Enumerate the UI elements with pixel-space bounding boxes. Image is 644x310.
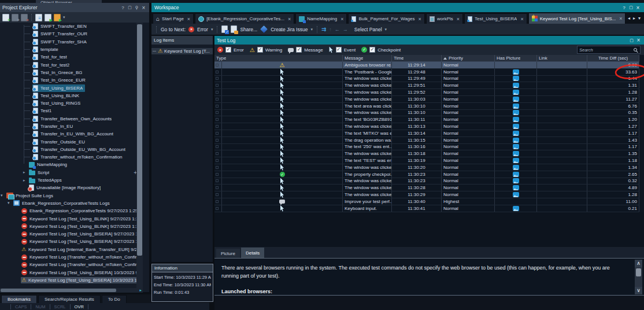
picture-icon[interactable]: [513, 144, 519, 149]
tree-item-log-entry[interactable]: Keyword Test Log [Internal_Bank_Transfer…: [0, 246, 143, 253]
filter-checkbox[interactable]: [296, 47, 302, 53]
scroll-right-icon[interactable]: [139, 288, 142, 293]
tab-workpls[interactable]: workPls: [426, 13, 463, 24]
tree-item-keyword-test[interactable]: Transfer_without_mToken_Confirmation: [0, 153, 143, 161]
expand-icon[interactable]: [23, 170, 28, 175]
row-expand-box[interactable]: [216, 111, 219, 114]
column-header-time-diff-sec-[interactable]: Time Diff (sec): [587, 55, 639, 61]
jump-to-source-icon[interactable]: [321, 26, 326, 32]
scrollbar-thumb[interactable]: [636, 268, 641, 276]
scroll-up-icon[interactable]: [635, 260, 642, 267]
error-icon[interactable]: [188, 27, 194, 32]
tab-bulk-payment-for-wages[interactable]: Bulk_Payment_For_Wages: [348, 13, 424, 24]
tree-item-keyword-test[interactable]: Transfer_Outside_EU_With_BG_Account: [0, 146, 143, 153]
select-panel-button[interactable]: Select Panel: [354, 27, 382, 32]
table-row[interactable]: The window was clicke...11:30:23Normal0.…: [214, 178, 639, 185]
picture-icon[interactable]: [513, 110, 519, 115]
row-expand-box[interactable]: [216, 71, 219, 73]
tab--ebank-regression-corporativet[interactable]: [Ebank_Regression_CorporativeTes...: [195, 13, 294, 24]
tree-item-keyword-test[interactable]: Transfer_Outside_EU: [0, 138, 143, 145]
close-icon[interactable]: [635, 5, 641, 11]
tree-item-keyword-test[interactable]: Test_Using_BISERA: [0, 84, 143, 91]
row-expand-box[interactable]: [216, 139, 219, 142]
tree-item-keyword-test[interactable]: Test1: [0, 107, 143, 115]
table-row[interactable]: The window was clicke...11:30:13Normal1.…: [214, 123, 639, 130]
column-header-type[interactable]: Type: [214, 55, 343, 61]
picture-icon[interactable]: [513, 76, 519, 81]
filter-checkbox[interactable]: [225, 47, 231, 53]
filter-checkbox[interactable]: [336, 47, 342, 53]
add-existing-item-button[interactable]: [12, 14, 18, 21]
help-icon[interactable]: [621, 5, 627, 11]
close-icon[interactable]: [520, 16, 523, 22]
table-row[interactable]: The text 'TEST' was en...11:30:19Normal1…: [214, 157, 639, 164]
close-icon[interactable]: [635, 37, 642, 43]
tree-item-keyword-test[interactable]: template: [0, 46, 143, 53]
add-new-item-button[interactable]: [2, 14, 9, 21]
run-project-button[interactable]: [54, 14, 61, 21]
close-icon[interactable]: [457, 16, 460, 22]
row-expand-box[interactable]: [216, 173, 219, 176]
tree-item-log-entry[interactable]: Keyword Test Log [Test_Using_BISERA] 9/2…: [0, 238, 143, 245]
table-row[interactable]: The window was clicke...11:30:03Normal11…: [214, 96, 639, 103]
picture-icon[interactable]: [513, 165, 519, 170]
share-picture-icon[interactable]: [231, 25, 237, 33]
tree-item-keyword-test[interactable]: Test_In_Greece_EUR: [0, 76, 143, 84]
row-expand-box[interactable]: [216, 125, 219, 128]
tree-item-log-entry[interactable]: Keyword Test Log [Test_Using_BISERA] 9/2…: [0, 230, 143, 238]
tab-bookmarks[interactable]: Bookmarks: [1, 295, 37, 303]
scroll-tabs-left-icon[interactable]: ◂: [628, 16, 630, 21]
checkpoint-wizard-icon[interactable]: [221, 25, 228, 33]
table-row[interactable]: The drag operation wa...11:30:15Normal1.…: [214, 137, 639, 144]
organize-tests-button[interactable]: [35, 14, 42, 21]
row-expand-box[interactable]: [216, 64, 219, 67]
tree-item-log-entry[interactable]: Keyword Test Log [Test_Using_BISERA] 10/…: [0, 269, 143, 276]
collapse-icon[interactable]: [1, 193, 6, 198]
picture-icon[interactable]: [513, 69, 519, 75]
picture-icon[interactable]: [513, 90, 519, 95]
tree-item-script[interactable]: Script: [0, 169, 143, 176]
row-expand-box[interactable]: [216, 179, 219, 182]
picture-icon[interactable]: [513, 178, 519, 183]
tree-item-testedapps[interactable]: TestedApps: [0, 176, 143, 184]
close-icon[interactable]: [619, 16, 622, 21]
scroll-down-icon[interactable]: [635, 287, 642, 294]
picture-icon[interactable]: [513, 206, 519, 211]
go-to-next-error-button[interactable]: Error: [197, 27, 208, 32]
tree-vertical-scrollbar[interactable]: [136, 23, 143, 288]
row-expand-box[interactable]: [216, 118, 219, 121]
filter-checkbox[interactable]: [257, 47, 263, 53]
log-items-tree-item[interactable]: Keyword Test Log [T...: [151, 48, 213, 54]
tab-search-replace-results[interactable]: Search/Replace Results: [38, 295, 101, 303]
tree-item-keyword-test[interactable]: Test_In_Greece_BG: [0, 69, 143, 76]
tree-item-log-entry[interactable]: Keyword Test Log [Test_Using_BLINK] 9/27…: [0, 223, 143, 230]
picture-icon[interactable]: [513, 124, 519, 129]
filter-checkbox[interactable]: [369, 47, 375, 53]
row-expand-box[interactable]: [216, 166, 219, 169]
collapse-icon[interactable]: [153, 51, 156, 51]
tree-item-namemapping[interactable]: NameMapping: [0, 161, 143, 168]
expand-icon[interactable]: [23, 178, 28, 183]
forward-arrow-icon[interactable]: →: [343, 27, 348, 32]
picture-icon[interactable]: [513, 151, 519, 156]
collapse-icon[interactable]: [8, 201, 13, 205]
maximize-icon[interactable]: [628, 5, 634, 11]
row-expand-box[interactable]: [216, 193, 219, 196]
create-jira-issue-button[interactable]: Create Jira Issue: [271, 27, 308, 32]
picture-icon[interactable]: [513, 131, 519, 136]
tab-picture[interactable]: Picture: [216, 249, 240, 258]
row-expand-box[interactable]: [216, 207, 219, 210]
close-icon[interactable]: [419, 16, 421, 22]
close-icon[interactable]: [288, 16, 291, 22]
row-expand-box[interactable]: [216, 159, 219, 162]
table-row[interactable]: The 'Postbank - Google...11:29:48Normal3…: [214, 69, 639, 76]
table-row[interactable]: The property checkpoi...11:30:23Normal2.…: [214, 171, 639, 178]
picture-icon[interactable]: [513, 83, 519, 88]
table-row[interactable]: The window was clicke...11:30:28Normal4.…: [214, 184, 639, 191]
search-input[interactable]: [578, 47, 634, 53]
row-expand-box[interactable]: [216, 84, 219, 87]
jira-dropdown-icon[interactable]: [310, 27, 313, 32]
row-expand-box[interactable]: [216, 91, 219, 94]
table-row[interactable]: The window was clicke...11:30:18Normal1.…: [214, 150, 639, 157]
table-row[interactable]: The window was clicke...11:29:51Normal1.…: [214, 82, 639, 89]
